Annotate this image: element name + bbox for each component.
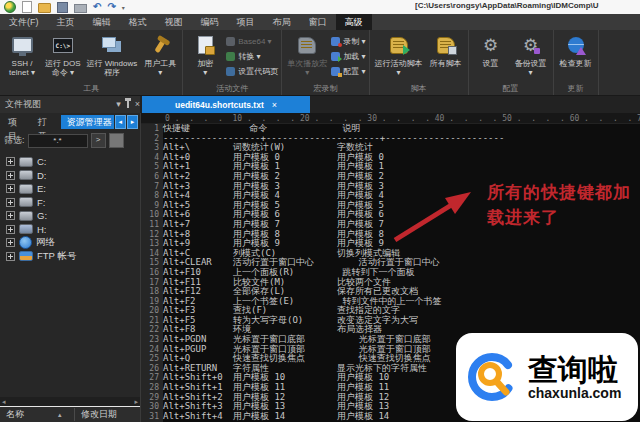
text-line: 4 Alt+0 用户模板 0 用户模板 0 bbox=[141, 153, 640, 163]
convert-button[interactable]: 转换 ▾ bbox=[226, 50, 278, 63]
menu-edit[interactable]: 编辑 bbox=[84, 14, 120, 30]
line-number: 22 bbox=[141, 325, 163, 335]
tree-item[interactable]: H: bbox=[0, 223, 140, 237]
sidebar-tabs: 项目 打开 资源管理器 ◂ ▸ bbox=[0, 113, 140, 130]
redo-icon[interactable]: ↷ bbox=[107, 2, 115, 12]
line-number: 8 bbox=[141, 191, 163, 201]
tree-item[interactable]: G: bbox=[0, 209, 140, 223]
base64-icon bbox=[226, 37, 235, 46]
tab-scroll-right-icon[interactable]: ▸ bbox=[127, 115, 138, 129]
document-tab[interactable]: uedit64u.shortcuts.txt × bbox=[142, 96, 310, 113]
user-tools-button[interactable]: 用户工具 ▾ bbox=[141, 32, 179, 83]
menu-project[interactable]: 项目 bbox=[228, 14, 264, 30]
configure-macro-button[interactable]: 配置 ▾ bbox=[331, 65, 365, 78]
expand-plus-icon[interactable] bbox=[6, 225, 15, 234]
undo-icon[interactable]: ↶ bbox=[93, 2, 101, 12]
line-number: 27 bbox=[141, 373, 163, 383]
file-view-panel-header: 文件视图 ▾ × bbox=[0, 96, 140, 113]
base64-button: Base64 ▾ bbox=[226, 35, 278, 48]
tab-project[interactable]: 项目 bbox=[2, 115, 30, 129]
drive-icon bbox=[19, 170, 33, 180]
line-number: 28 bbox=[141, 383, 163, 393]
close-panel-icon[interactable]: × bbox=[135, 100, 140, 109]
all-scripts-icon bbox=[437, 37, 455, 54]
tree-item[interactable]: 网络 bbox=[0, 236, 140, 250]
line-number: 14 bbox=[141, 249, 163, 259]
menu-view[interactable]: 视图 bbox=[156, 14, 192, 30]
tab-explorer[interactable]: 资源管理器 bbox=[61, 115, 114, 129]
network-icon bbox=[19, 236, 32, 249]
expand-plus-icon[interactable] bbox=[6, 252, 15, 261]
tree-item-label: FTP 帐号 bbox=[37, 250, 76, 263]
record-macro-icon bbox=[331, 37, 340, 46]
horizontal-scrollbar[interactable]: ◂ ▸ bbox=[0, 397, 140, 406]
pin-icon[interactable] bbox=[127, 101, 129, 108]
save-icon[interactable] bbox=[57, 2, 68, 13]
tree-item[interactable]: C: bbox=[0, 155, 140, 169]
check-updates-button[interactable]: 检查更新 bbox=[557, 32, 595, 83]
load-macro-icon bbox=[331, 52, 340, 61]
line-number: 30 bbox=[141, 402, 163, 412]
line-number: 24 bbox=[141, 345, 163, 355]
expand-plus-icon[interactable] bbox=[6, 211, 15, 220]
expand-plus-icon[interactable] bbox=[6, 198, 15, 207]
line-number: 4 bbox=[141, 153, 163, 163]
menu-file[interactable]: 文件(F) bbox=[0, 14, 48, 30]
tab-open[interactable]: 打开 bbox=[31, 115, 59, 129]
settings-button[interactable]: ⚙ 设置 bbox=[472, 32, 510, 83]
drive-icon bbox=[19, 157, 33, 167]
print-icon[interactable] bbox=[74, 4, 87, 13]
expand-plus-icon[interactable] bbox=[6, 184, 15, 193]
line-number: 26 bbox=[141, 364, 163, 374]
new-file-icon[interactable] bbox=[22, 1, 32, 13]
scroll-right-icon[interactable]: ▸ bbox=[134, 397, 138, 406]
tree-item[interactable]: D: bbox=[0, 169, 140, 183]
load-macro-button[interactable]: 加载 ▾ bbox=[331, 50, 365, 63]
open-folder-icon[interactable] bbox=[38, 3, 51, 13]
ssh-telnet-button[interactable]: SSH / telnet ▾ bbox=[3, 32, 41, 83]
record-macro-button[interactable]: 录制 ▾ bbox=[331, 35, 365, 48]
browse-folder-button[interactable] bbox=[109, 133, 124, 148]
tree-item[interactable]: E: bbox=[0, 182, 140, 196]
filter-go-button[interactable]: > bbox=[91, 133, 106, 148]
close-tab-icon[interactable]: × bbox=[272, 100, 277, 110]
line-number: 29 bbox=[141, 393, 163, 403]
window-title: [C:\Users\rongsy\AppData\Roaming\IDMComp… bbox=[415, 1, 640, 10]
tab-scroll-left-icon[interactable]: ◂ bbox=[115, 115, 126, 129]
filter-input[interactable]: *.* bbox=[28, 134, 88, 148]
menu-layout[interactable]: 布局 bbox=[264, 14, 300, 30]
backup-settings-button[interactable]: ⚙ 备份设置 ▾ bbox=[512, 32, 550, 83]
column-modified-date[interactable]: 修改日期 bbox=[74, 408, 140, 421]
tree-item[interactable]: F: bbox=[0, 196, 140, 210]
line-number: 7 bbox=[141, 182, 163, 192]
menu-advanced[interactable]: 高级 bbox=[336, 14, 372, 30]
tab-row: 文件视图 ▾ × uedit64u.shortcuts.txt × bbox=[0, 96, 640, 113]
set-codepage-button[interactable]: 设置代码页 bbox=[226, 65, 278, 78]
list-column-headers: 名称 ▴ 修改日期 bbox=[0, 406, 140, 422]
scroll-left-icon[interactable]: ◂ bbox=[2, 397, 6, 406]
all-scripts-button[interactable]: 所有脚本 bbox=[427, 32, 465, 83]
run-dos-command-button[interactable]: C:\> 运行 DOS 命令 ▾ bbox=[43, 32, 83, 83]
app-logo-icon[interactable] bbox=[4, 1, 16, 13]
panel-menu-caret-icon[interactable]: ▾ bbox=[116, 100, 121, 109]
line-number: 3 bbox=[141, 143, 163, 153]
tree-item[interactable]: FTP 帐号 bbox=[0, 250, 140, 264]
column-name[interactable]: 名称 bbox=[0, 408, 58, 421]
menu-format[interactable]: 格式 bbox=[120, 14, 156, 30]
run-active-script-button[interactable]: 运行活动脚本 ▾ bbox=[373, 32, 425, 83]
line-number: 19 bbox=[141, 297, 163, 307]
ribbon-advanced: SSH / telnet ▾ C:\> 运行 DOS 命令 ▾ 运行 Windo… bbox=[0, 30, 640, 96]
expand-plus-icon[interactable] bbox=[6, 238, 15, 247]
run-windows-program-button[interactable]: 运行 Windows 程序 bbox=[85, 32, 140, 83]
annotation-arrow bbox=[385, 186, 480, 246]
ftp-icon bbox=[19, 251, 33, 261]
menu-encoding[interactable]: 编码 bbox=[192, 14, 228, 30]
ribbon-group-label: 脚本 bbox=[370, 83, 468, 94]
expand-plus-icon[interactable] bbox=[6, 171, 15, 180]
expand-plus-icon[interactable] bbox=[6, 157, 15, 166]
ribbon-group-label: 配置 bbox=[469, 83, 553, 94]
qat-customize-caret-icon[interactable]: ▾ bbox=[122, 4, 125, 11]
menu-home[interactable]: 主页 bbox=[48, 14, 84, 30]
menu-window[interactable]: 窗口 bbox=[300, 14, 336, 30]
encrypt-button[interactable]: 加密 ▾ bbox=[186, 32, 224, 83]
